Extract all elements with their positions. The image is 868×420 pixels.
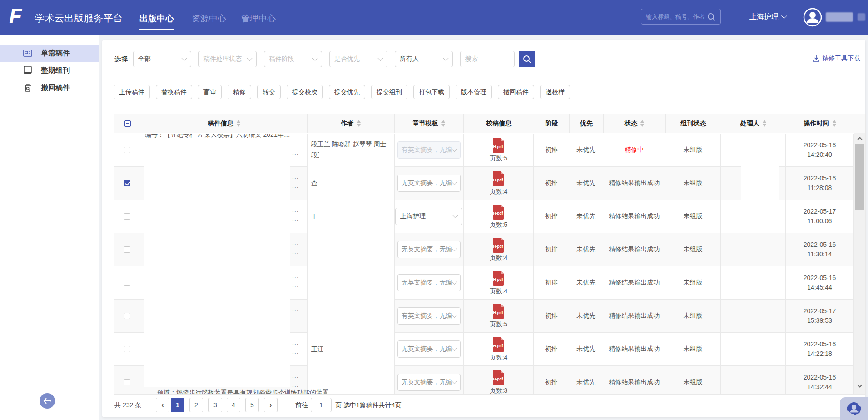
nav-search-input[interactable]: 输入标题、稿号、作者 xyxy=(641,9,721,25)
row-checkbox[interactable] xyxy=(124,246,130,253)
action-button-4[interactable]: 转交 xyxy=(257,85,281,99)
nav-item-1[interactable]: 资源中心 xyxy=(192,13,226,25)
sort-icon[interactable] xyxy=(762,120,767,127)
template-select[interactable]: 无英文摘要，无编 xyxy=(397,241,461,258)
action-button-2[interactable]: 盲审 xyxy=(198,85,222,99)
pdf-file-icon[interactable]: H-pdf xyxy=(491,204,505,220)
pdf-file-icon[interactable]: H-pdf xyxy=(491,237,505,253)
ellipsis-marks: ...... xyxy=(292,172,304,190)
pdf-file-icon[interactable]: H-pdf xyxy=(491,370,505,386)
row-checkbox[interactable] xyxy=(124,280,130,286)
filter-select-3[interactable]: 是否优先 xyxy=(329,51,387,67)
sidebar-item-label: 撤回稿件 xyxy=(41,83,70,93)
group-status-cell: 未组版 xyxy=(665,167,721,200)
template-select[interactable]: 无英文摘要，无编 xyxy=(397,374,461,391)
row-checkbox[interactable] xyxy=(124,379,130,385)
scroll-up-icon[interactable] xyxy=(854,134,865,142)
template-value: 无英文摘要，无编 xyxy=(402,378,452,386)
proof-cell: H-pdf页数:4 xyxy=(464,266,534,299)
pdf-file-icon[interactable]: H-pdf xyxy=(491,170,505,187)
column-header-6: 优先 xyxy=(570,114,604,133)
sort-icon[interactable] xyxy=(832,120,837,127)
filter-select-value: 是否优先 xyxy=(334,55,360,63)
template-select[interactable]: 有英文摘要，无编 xyxy=(397,141,461,159)
status-cell: 精修结果输出成功 xyxy=(603,300,665,332)
page-count: 页数:4 xyxy=(490,254,508,262)
back-button[interactable] xyxy=(40,393,55,409)
action-button-7[interactable]: 提交组刊 xyxy=(371,85,407,99)
page-button-5[interactable]: 5 xyxy=(245,398,259,412)
pdf-file-icon[interactable]: H-pdf xyxy=(491,137,505,154)
time-cell: 2022-05-1711:00:06 xyxy=(786,200,854,233)
template-select[interactable]: 上海护理 xyxy=(395,208,462,225)
scroll-down-icon[interactable] xyxy=(854,382,865,390)
action-button-9[interactable]: 版本管理 xyxy=(456,85,492,99)
filter-select-4[interactable]: 所有人 xyxy=(395,51,453,67)
page-button-2[interactable]: 2 xyxy=(189,398,203,412)
pdf-file-icon[interactable]: H-pdf xyxy=(491,336,505,353)
pdf-file-icon[interactable]: H-pdf xyxy=(491,303,505,320)
svg-text:H-pdf: H-pdf xyxy=(493,244,503,249)
filter-select-1[interactable]: 稿件处理状态 xyxy=(198,51,257,67)
template-select[interactable]: 无英文摘要，无编 xyxy=(397,274,461,291)
nav-item-2[interactable]: 管理中心 xyxy=(241,13,276,25)
svg-text:H-pdf: H-pdf xyxy=(493,310,503,315)
action-button-8[interactable]: 打包下载 xyxy=(413,85,450,99)
page-count: 页数:4 xyxy=(490,287,508,295)
vertical-scrollbar[interactable] xyxy=(854,133,865,394)
goto-page-input[interactable]: 1 xyxy=(311,398,332,412)
customer-service-button[interactable] xyxy=(840,397,868,420)
nav-item-0[interactable]: 出版中心 xyxy=(139,13,174,25)
page-button-1[interactable]: 1 xyxy=(171,398,184,412)
chevron-down-icon xyxy=(181,55,187,61)
arrow-left-icon xyxy=(43,398,52,404)
group-status-cell: 未组版 xyxy=(665,366,721,394)
action-button-11[interactable]: 送校样 xyxy=(540,85,570,99)
page-button-3[interactable]: 3 xyxy=(208,398,222,412)
row-checkbox[interactable] xyxy=(124,346,130,352)
ellipsis-marks: ...... xyxy=(292,305,304,323)
filter-select-0[interactable]: 全部 xyxy=(133,51,191,67)
page-button-4[interactable]: 4 xyxy=(227,398,240,412)
prev-page-button[interactable]: ‹ xyxy=(156,398,169,412)
org-switcher[interactable]: 上海护理 xyxy=(749,12,786,22)
sidebar-item-2[interactable]: 撤回稿件 xyxy=(0,79,99,96)
nav-active-underline xyxy=(139,29,174,30)
pdf-file-icon[interactable]: H-pdf xyxy=(491,270,505,286)
template-select[interactable]: 无英文摘要，无编 xyxy=(397,340,461,358)
row-checkbox[interactable] xyxy=(124,213,130,220)
action-button-5[interactable]: 提交校次 xyxy=(287,85,323,99)
filter-search-input[interactable]: 搜索 xyxy=(460,51,515,67)
info-clipped-top: 编号：【五绝专栏·左某大楼票】六制研文 2021年版要点解读 xyxy=(145,134,295,140)
priority-cell: 未优先 xyxy=(569,333,603,365)
sort-icon[interactable] xyxy=(441,120,446,127)
sidebar-item-0[interactable]: 单篇稿件 xyxy=(0,45,99,62)
sort-icon[interactable] xyxy=(357,120,361,127)
next-page-button[interactable]: › xyxy=(264,398,278,412)
select-all-checkbox[interactable] xyxy=(124,120,131,127)
search-button[interactable] xyxy=(519,51,535,67)
tool-download-link[interactable]: 精修工具下载 xyxy=(813,55,860,63)
action-button-10[interactable]: 撤回稿件 xyxy=(498,85,534,99)
user-badge-redacted xyxy=(858,13,865,21)
column-header-9: 处理人 xyxy=(721,114,786,133)
sort-icon[interactable] xyxy=(640,120,645,127)
template-select[interactable]: 无英文摘要，无编 xyxy=(397,175,461,192)
action-button-1[interactable]: 替换稿件 xyxy=(156,85,192,99)
row-checkbox[interactable] xyxy=(124,313,130,319)
action-button-3[interactable]: 精修 xyxy=(228,85,251,99)
action-button-6[interactable]: 提交优先 xyxy=(329,85,365,99)
avatar[interactable] xyxy=(803,8,822,27)
sort-icon[interactable] xyxy=(236,120,241,127)
filter-select-2[interactable]: 稿件阶段 xyxy=(264,51,322,67)
template-select[interactable]: 有英文摘要，无编 xyxy=(397,307,461,325)
status-cell: 精修结果输出成功 xyxy=(603,200,665,233)
template-cell: 无英文摘要，无编 xyxy=(395,167,464,200)
scrollbar-thumb[interactable] xyxy=(855,144,864,210)
chevron-down-icon xyxy=(247,55,253,61)
row-checkbox[interactable] xyxy=(124,147,130,153)
column-header-label: 状态 xyxy=(625,120,637,128)
row-checkbox[interactable] xyxy=(124,180,130,186)
sidebar-item-1[interactable]: 整期组刊 xyxy=(0,62,99,79)
action-button-0[interactable]: 上传稿件 xyxy=(114,85,150,99)
